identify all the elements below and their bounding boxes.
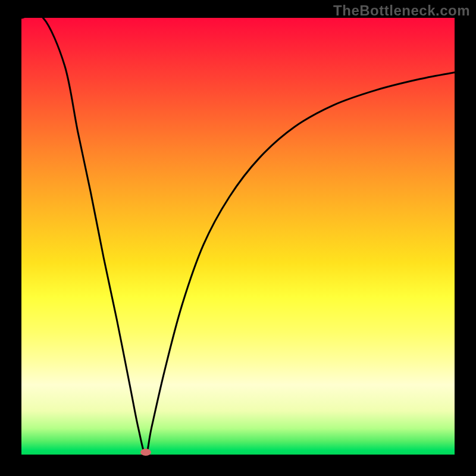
min-marker (140, 449, 151, 456)
plot-area (21, 18, 455, 455)
branding-text: TheBottleneck.com (333, 2, 470, 19)
bottleneck-curve (21, 18, 455, 455)
outer-frame: TheBottleneck.com (0, 0, 476, 476)
curve-svg (21, 18, 455, 455)
